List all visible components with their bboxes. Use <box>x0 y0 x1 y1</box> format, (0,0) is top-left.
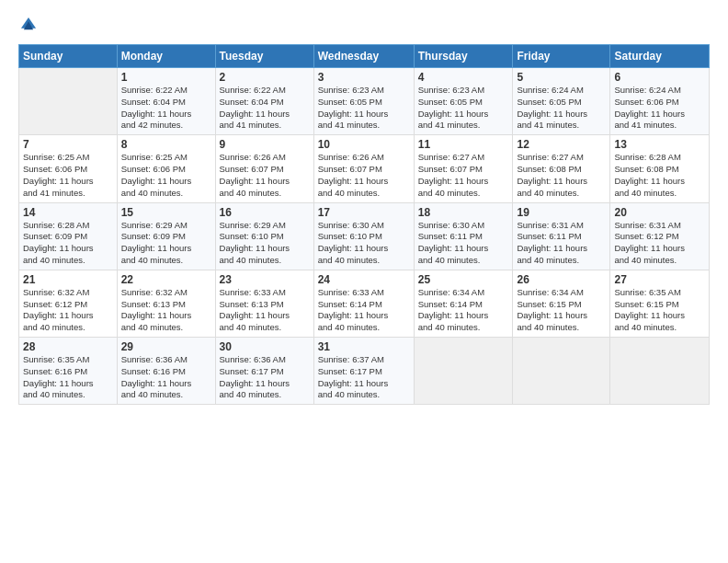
day-info: Sunrise: 6:23 AM Sunset: 6:05 PM Dayligh… <box>318 85 410 132</box>
day-number: 15 <box>121 206 211 219</box>
day-number: 1 <box>121 71 211 84</box>
calendar-cell: 5Sunrise: 6:24 AM Sunset: 6:05 PM Daylig… <box>513 68 610 135</box>
day-number: 12 <box>517 138 606 151</box>
calendar-cell: 1Sunrise: 6:22 AM Sunset: 6:04 PM Daylig… <box>117 68 215 135</box>
calendar-cell: 15Sunrise: 6:29 AM Sunset: 6:09 PM Dayli… <box>117 202 215 270</box>
day-info: Sunrise: 6:33 AM Sunset: 6:14 PM Dayligh… <box>318 287 410 334</box>
day-number: 22 <box>121 273 211 286</box>
calendar-cell: 4Sunrise: 6:23 AM Sunset: 6:05 PM Daylig… <box>414 68 513 135</box>
week-row-2: 7Sunrise: 6:25 AM Sunset: 6:06 PM Daylig… <box>19 135 710 202</box>
day-info: Sunrise: 6:24 AM Sunset: 6:05 PM Dayligh… <box>517 85 606 132</box>
day-number: 4 <box>418 71 509 84</box>
day-number: 25 <box>418 273 509 286</box>
day-number: 19 <box>517 206 606 219</box>
day-number: 29 <box>121 340 211 353</box>
logo-icon <box>18 15 39 35</box>
day-info: Sunrise: 6:26 AM Sunset: 6:07 PM Dayligh… <box>318 152 410 199</box>
calendar-cell: 7Sunrise: 6:25 AM Sunset: 6:06 PM Daylig… <box>19 135 118 202</box>
calendar-cell: 29Sunrise: 6:36 AM Sunset: 6:16 PM Dayli… <box>117 338 215 405</box>
day-info: Sunrise: 6:29 AM Sunset: 6:10 PM Dayligh… <box>220 220 310 267</box>
day-info: Sunrise: 6:34 AM Sunset: 6:15 PM Dayligh… <box>517 287 606 334</box>
calendar-cell: 24Sunrise: 6:33 AM Sunset: 6:14 PM Dayli… <box>313 270 414 337</box>
day-number: 9 <box>220 138 310 151</box>
day-number: 5 <box>517 71 606 84</box>
day-info: Sunrise: 6:22 AM Sunset: 6:04 PM Dayligh… <box>121 85 211 132</box>
day-number: 31 <box>318 340 410 353</box>
page: SundayMondayTuesdayWednesdayThursdayFrid… <box>0 0 728 563</box>
logo <box>18 15 42 35</box>
day-info: Sunrise: 6:24 AM Sunset: 6:06 PM Dayligh… <box>614 85 705 132</box>
day-number: 23 <box>220 273 310 286</box>
calendar-cell: 6Sunrise: 6:24 AM Sunset: 6:06 PM Daylig… <box>610 68 710 135</box>
week-row-5: 28Sunrise: 6:35 AM Sunset: 6:16 PM Dayli… <box>19 338 710 405</box>
weekday-header-row: SundayMondayTuesdayWednesdayThursdayFrid… <box>19 45 710 68</box>
day-number: 6 <box>614 71 705 84</box>
calendar-cell: 28Sunrise: 6:35 AM Sunset: 6:16 PM Dayli… <box>19 338 118 405</box>
day-number: 17 <box>318 206 410 219</box>
day-info: Sunrise: 6:37 AM Sunset: 6:17 PM Dayligh… <box>318 354 410 401</box>
calendar-cell: 22Sunrise: 6:32 AM Sunset: 6:13 PM Dayli… <box>117 270 215 337</box>
calendar-cell: 2Sunrise: 6:22 AM Sunset: 6:04 PM Daylig… <box>215 68 313 135</box>
day-info: Sunrise: 6:28 AM Sunset: 6:08 PM Dayligh… <box>614 152 705 199</box>
day-info: Sunrise: 6:30 AM Sunset: 6:10 PM Dayligh… <box>318 220 410 267</box>
day-info: Sunrise: 6:25 AM Sunset: 6:06 PM Dayligh… <box>23 152 113 199</box>
calendar-cell: 8Sunrise: 6:25 AM Sunset: 6:06 PM Daylig… <box>117 135 215 202</box>
day-info: Sunrise: 6:27 AM Sunset: 6:07 PM Dayligh… <box>418 152 509 199</box>
calendar-cell: 16Sunrise: 6:29 AM Sunset: 6:10 PM Dayli… <box>215 202 313 270</box>
day-number: 3 <box>318 71 410 84</box>
day-number: 10 <box>318 138 410 151</box>
day-number: 26 <box>517 273 606 286</box>
day-info: Sunrise: 6:36 AM Sunset: 6:16 PM Dayligh… <box>121 354 211 401</box>
calendar-cell: 9Sunrise: 6:26 AM Sunset: 6:07 PM Daylig… <box>215 135 313 202</box>
day-number: 2 <box>220 71 310 84</box>
day-info: Sunrise: 6:23 AM Sunset: 6:05 PM Dayligh… <box>418 85 509 132</box>
day-info: Sunrise: 6:30 AM Sunset: 6:11 PM Dayligh… <box>418 220 509 267</box>
day-info: Sunrise: 6:32 AM Sunset: 6:13 PM Dayligh… <box>121 287 211 334</box>
day-number: 18 <box>418 206 509 219</box>
day-info: Sunrise: 6:36 AM Sunset: 6:17 PM Dayligh… <box>220 354 310 401</box>
weekday-header-tuesday: Tuesday <box>215 45 313 68</box>
weekday-header-thursday: Thursday <box>414 45 513 68</box>
week-row-4: 21Sunrise: 6:32 AM Sunset: 6:12 PM Dayli… <box>19 270 710 337</box>
calendar-cell: 13Sunrise: 6:28 AM Sunset: 6:08 PM Dayli… <box>610 135 710 202</box>
day-number: 30 <box>220 340 310 353</box>
day-info: Sunrise: 6:22 AM Sunset: 6:04 PM Dayligh… <box>220 85 310 132</box>
weekday-header-monday: Monday <box>117 45 215 68</box>
week-row-3: 14Sunrise: 6:28 AM Sunset: 6:09 PM Dayli… <box>19 202 710 270</box>
day-number: 14 <box>23 206 113 219</box>
day-number: 20 <box>614 206 705 219</box>
calendar-cell <box>19 68 118 135</box>
day-number: 13 <box>614 138 705 151</box>
calendar-cell: 12Sunrise: 6:27 AM Sunset: 6:08 PM Dayli… <box>513 135 610 202</box>
calendar: SundayMondayTuesdayWednesdayThursdayFrid… <box>18 44 710 405</box>
day-info: Sunrise: 6:34 AM Sunset: 6:14 PM Dayligh… <box>418 287 509 334</box>
calendar-cell <box>610 338 710 405</box>
day-info: Sunrise: 6:33 AM Sunset: 6:13 PM Dayligh… <box>220 287 310 334</box>
calendar-cell <box>513 338 610 405</box>
header <box>18 15 710 35</box>
day-info: Sunrise: 6:31 AM Sunset: 6:11 PM Dayligh… <box>517 220 606 267</box>
day-number: 21 <box>23 273 113 286</box>
day-info: Sunrise: 6:29 AM Sunset: 6:09 PM Dayligh… <box>121 220 211 267</box>
calendar-cell: 17Sunrise: 6:30 AM Sunset: 6:10 PM Dayli… <box>313 202 414 270</box>
day-info: Sunrise: 6:27 AM Sunset: 6:08 PM Dayligh… <box>517 152 606 199</box>
calendar-cell: 23Sunrise: 6:33 AM Sunset: 6:13 PM Dayli… <box>215 270 313 337</box>
day-info: Sunrise: 6:28 AM Sunset: 6:09 PM Dayligh… <box>23 220 113 267</box>
calendar-cell: 21Sunrise: 6:32 AM Sunset: 6:12 PM Dayli… <box>19 270 118 337</box>
calendar-cell: 11Sunrise: 6:27 AM Sunset: 6:07 PM Dayli… <box>414 135 513 202</box>
weekday-header-saturday: Saturday <box>610 45 710 68</box>
calendar-cell: 10Sunrise: 6:26 AM Sunset: 6:07 PM Dayli… <box>313 135 414 202</box>
calendar-cell: 20Sunrise: 6:31 AM Sunset: 6:12 PM Dayli… <box>610 202 710 270</box>
calendar-cell: 14Sunrise: 6:28 AM Sunset: 6:09 PM Dayli… <box>19 202 118 270</box>
calendar-cell <box>414 338 513 405</box>
day-number: 24 <box>318 273 410 286</box>
weekday-header-friday: Friday <box>513 45 610 68</box>
week-row-1: 1Sunrise: 6:22 AM Sunset: 6:04 PM Daylig… <box>19 68 710 135</box>
calendar-cell: 19Sunrise: 6:31 AM Sunset: 6:11 PM Dayli… <box>513 202 610 270</box>
day-info: Sunrise: 6:25 AM Sunset: 6:06 PM Dayligh… <box>121 152 211 199</box>
day-info: Sunrise: 6:32 AM Sunset: 6:12 PM Dayligh… <box>23 287 113 334</box>
day-number: 8 <box>121 138 211 151</box>
weekday-header-wednesday: Wednesday <box>313 45 414 68</box>
day-number: 27 <box>614 273 705 286</box>
day-number: 16 <box>220 206 310 219</box>
